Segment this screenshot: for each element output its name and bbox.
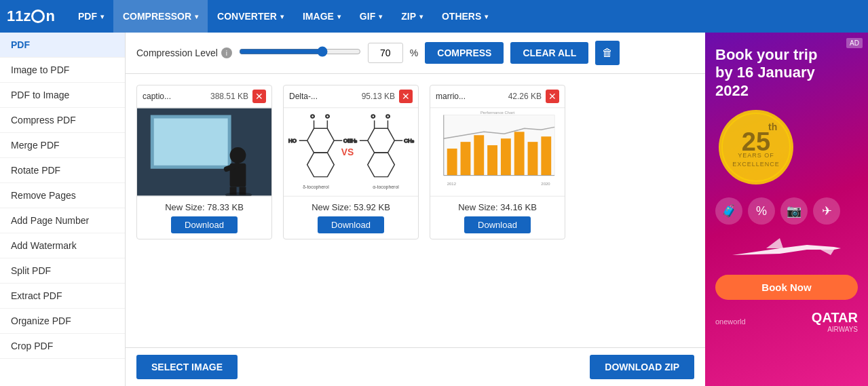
svg-text:O: O [385, 113, 390, 119]
file-card-1-footer: New Size: 53.92 KB Download [284, 196, 418, 239]
percent-sign: % [410, 47, 418, 58]
main-layout: PDF Image to PDF PDF to Image Compress P… [0, 33, 868, 386]
svg-rect-36 [461, 142, 471, 176]
file-card-2-close[interactable]: ✕ [546, 90, 559, 103]
file-card-1-close[interactable]: ✕ [399, 90, 413, 103]
ad-oneworld-label: oneworld [715, 317, 746, 326]
compression-label-text: Compression Level [136, 47, 218, 58]
svg-rect-41 [528, 142, 538, 176]
file-card-0-download[interactable]: Download [171, 216, 238, 233]
nav-zip[interactable]: ZIP ▾ [392, 0, 432, 33]
file-card-2-download[interactable]: Download [464, 216, 531, 233]
compression-slider[interactable] [239, 46, 361, 57]
nav-zip-label: ZIP [401, 11, 416, 22]
file-card-0-new-size: New Size: 78.33 KB [143, 202, 266, 212]
nav-image[interactable]: IMAGE ▾ [293, 0, 350, 33]
preview-svg-1: O O OH HO VS [284, 108, 418, 196]
svg-rect-37 [474, 135, 484, 175]
nav-others-chevron: ▾ [485, 13, 488, 20]
sidebar-item-rotate-pdf[interactable]: Rotate PDF [0, 158, 125, 183]
preview-svg-2: 2012 2020 Performance Chart [430, 108, 565, 196]
sidebar-item-pdf-to-image[interactable]: PDF to Image [0, 83, 125, 108]
sidebar-item-crop-pdf-label: Crop PDF [11, 341, 53, 351]
sidebar-item-extract-pdf-label: Extract PDF [11, 290, 62, 301]
trash-button[interactable]: 🗑 [595, 41, 620, 65]
file-card-2-new-size: New Size: 34.16 KB [436, 202, 559, 212]
logo-circle [31, 9, 45, 23]
files-grid: captio... 388.51 KB ✕ [136, 85, 694, 239]
clear-all-button[interactable]: CLEAR ALL [510, 42, 588, 64]
ad-anniversary-badge: 25 th YEARS OF EXCELLENCE [715, 107, 797, 188]
file-card-1: Delta-... 95.13 KB ✕ [283, 85, 419, 239]
sidebar-item-split-pdf[interactable]: Split PDF [0, 258, 125, 284]
file-card-1-preview: O O OH HO VS [284, 108, 418, 196]
sidebar-item-organize-pdf[interactable]: Organize PDF [0, 309, 125, 334]
sidebar-item-pdf[interactable]: PDF [0, 33, 125, 58]
svg-text:YEARS OF: YEARS OF [738, 152, 774, 159]
svg-text:HO: HO [288, 138, 297, 144]
sidebar: PDF Image to PDF PDF to Image Compress P… [0, 33, 126, 386]
sidebar-item-add-page-number-label: Add Page Number [11, 215, 89, 226]
logo[interactable]: 11z n [7, 7, 55, 25]
svg-text:EXCELLENCE: EXCELLENCE [732, 161, 780, 168]
file-card-2-header: marrio... 42.26 KB ✕ [430, 85, 565, 108]
bottom-bar: SELECT IMAGE DOWNLOAD ZIP [126, 347, 705, 386]
file-card-0-close[interactable]: ✕ [252, 90, 266, 103]
nav-others[interactable]: OTHERS ▾ [432, 0, 497, 33]
file-card-1-download[interactable]: Download [318, 216, 384, 233]
sidebar-item-image-to-pdf-label: Image to PDF [11, 64, 69, 75]
sidebar-item-add-page-number[interactable]: Add Page Number [0, 208, 125, 233]
file-card-1-new-size: New Size: 53.92 KB [289, 202, 413, 212]
ad-icon-luggage: 🧳 [715, 197, 742, 225]
sidebar-item-pdf-label: PDF [11, 39, 30, 50]
select-image-button[interactable]: SELECT IMAGE [136, 355, 238, 379]
nav-compressor[interactable]: COMPRESSOR ▾ [113, 0, 208, 33]
svg-text:VS: VS [341, 147, 354, 157]
file-card-2-size: 42.26 KB [508, 92, 542, 101]
svg-rect-39 [501, 138, 511, 175]
ad-logo-area: oneworld QATAR AIRWAYS [715, 310, 858, 333]
sidebar-item-crop-pdf[interactable]: Crop PDF [0, 334, 125, 359]
ad-icon-percent: % [748, 197, 775, 225]
ad-icons-row: 🧳 % 📷 ✈ [715, 197, 858, 225]
files-area: captio... 388.51 KB ✕ [126, 74, 705, 347]
sidebar-item-remove-pages[interactable]: Remove Pages [0, 183, 125, 208]
ad-plane-illustration [725, 235, 848, 269]
svg-rect-40 [514, 132, 525, 175]
percent-input[interactable] [368, 43, 403, 63]
ad-airline-sub: AIRWAYS [812, 326, 858, 333]
info-icon[interactable]: i [221, 47, 232, 58]
svg-text:O: O [325, 113, 329, 119]
svg-rect-42 [541, 136, 551, 175]
sidebar-item-image-to-pdf[interactable]: Image to PDF [0, 58, 125, 83]
file-card-0-header: captio... 388.51 KB ✕ [137, 85, 271, 108]
sidebar-item-extract-pdf[interactable]: Extract PDF [0, 284, 125, 309]
nav-converter[interactable]: CONVERTER ▾ [208, 0, 293, 33]
ad-title-line3: 2022 [715, 82, 749, 99]
svg-text:th: th [768, 121, 777, 132]
ad-book-now-button[interactable]: Book Now [715, 275, 858, 300]
svg-text:2020: 2020 [541, 182, 550, 187]
svg-rect-38 [487, 145, 497, 176]
ad-title-line2: by 16 January [715, 64, 815, 81]
sidebar-item-organize-pdf-label: Organize PDF [11, 315, 71, 326]
sidebar-item-add-watermark[interactable]: Add Watermark [0, 233, 125, 258]
file-card-1-header: Delta-... 95.13 KB ✕ [284, 85, 418, 108]
nav-pdf[interactable]: PDF ▾ [69, 0, 113, 33]
svg-text:δ-tocopherol: δ-tocopherol [303, 185, 329, 190]
sidebar-item-compress-pdf[interactable]: Compress PDF [0, 108, 125, 133]
preview-svg-0 [137, 108, 271, 196]
sidebar-item-rotate-pdf-label: Rotate PDF [11, 165, 60, 176]
nav-gif[interactable]: GIF ▾ [350, 0, 392, 33]
compression-level-label: Compression Level i [136, 47, 232, 58]
download-zip-button[interactable]: DOWNLOAD ZIP [590, 355, 694, 379]
ad-badge: AD [846, 38, 863, 48]
compress-button[interactable]: COMPRESS [425, 42, 504, 64]
sidebar-item-merge-pdf-label: Merge PDF [11, 140, 60, 151]
sidebar-item-merge-pdf[interactable]: Merge PDF [0, 133, 125, 158]
nav-gif-chevron: ▾ [379, 13, 382, 20]
ad-icon-plane: ✈ [813, 197, 840, 225]
sidebar-item-remove-pages-label: Remove Pages [11, 190, 76, 201]
svg-text:O: O [371, 113, 375, 119]
nav-gif-label: GIF [360, 11, 375, 22]
